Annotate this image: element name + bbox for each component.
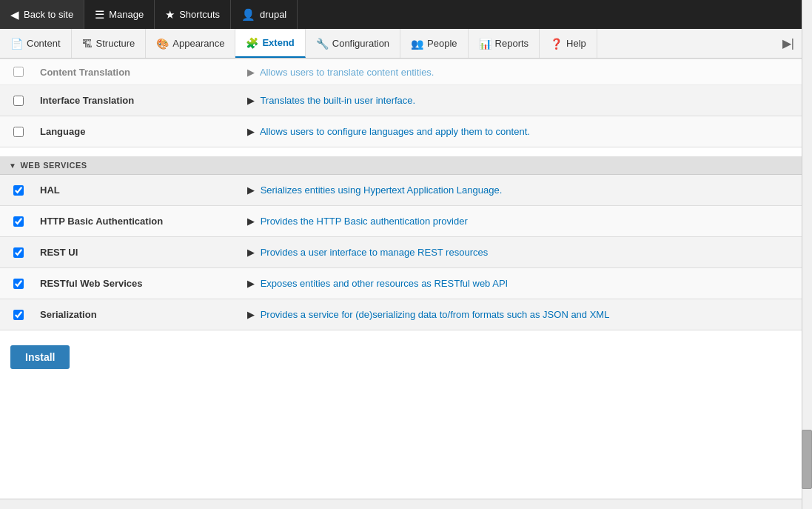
desc-arrow-icon: ▶ <box>247 216 255 227</box>
desc-arrow-icon: ▶ <box>247 126 255 137</box>
desc-arrow-icon: ▶ <box>247 247 255 258</box>
user-label: drupal <box>260 9 286 20</box>
structure-icon: 🏗 <box>82 38 93 50</box>
section-arrow-icon: ▼ <box>9 162 16 170</box>
nav-item-structure[interactable]: 🏗 Structure <box>72 29 147 58</box>
nav-item-content[interactable]: 📄 Content <box>0 29 72 58</box>
secondary-nav: 📄 Content 🏗 Structure 🎨 Appearance 🧩 Ext… <box>0 29 802 59</box>
language-checkbox[interactable] <box>13 127 24 137</box>
install-section: Install <box>0 330 802 384</box>
interface-translation-desc: ▶ Translates the built-in user interface… <box>244 89 802 112</box>
nav-item-extend[interactable]: 🧩 Extend <box>235 29 305 58</box>
nav-item-reports[interactable]: 📊 Reports <box>469 29 540 58</box>
star-icon: ★ <box>165 8 175 21</box>
module-row-http-basic-auth: HTTP Basic Authentication ▶ Provides the… <box>0 206 802 237</box>
module-row-restful-web-services: RESTful Web Services ▶ Exposes entities … <box>0 268 802 299</box>
admin-toolbar: ◀ Back to site ☰ Manage ★ Shortcuts 👤 dr… <box>0 0 802 29</box>
http-basic-auth-desc: ▶ Provides the HTTP Basic authentication… <box>244 210 802 233</box>
configuration-icon: 🔧 <box>316 38 329 50</box>
interface-translation-checkbox[interactable] <box>13 96 24 106</box>
rest-ui-name: REST UI <box>37 241 244 264</box>
language-desc: ▶ Allows users to configure languages an… <box>244 120 802 143</box>
back-to-site-button[interactable]: ◀ Back to site <box>0 0 84 29</box>
desc-arrow-icon: ▶ <box>247 278 255 289</box>
people-icon: 👥 <box>411 38 423 50</box>
desc-arrow-icon: ▶ <box>247 184 255 196</box>
reports-icon: 📊 <box>479 38 491 50</box>
checkbox-col <box>0 67 37 77</box>
content-translation-desc: ▶ Allows users to translate content enti… <box>244 61 802 84</box>
module-row-language: Language ▶ Allows users to configure lan… <box>0 116 802 147</box>
hal-desc: ▶ Serializes entities using Hypertext Ap… <box>244 179 802 202</box>
checkbox-col <box>0 279 37 289</box>
nav-item-configuration[interactable]: 🔧 Configuration <box>306 29 400 58</box>
nav-configuration-label: Configuration <box>332 38 389 49</box>
checkbox-col <box>0 310 37 320</box>
vertical-scrollbar-thumb[interactable] <box>802 430 812 489</box>
nav-help-label: Help <box>566 38 586 49</box>
main-content: Content Translation ▶ Allows users to tr… <box>0 59 802 384</box>
http-basic-auth-checkbox[interactable] <box>13 216 24 227</box>
nav-structure-label: Structure <box>96 38 135 49</box>
desc-arrow-icon: ▶ <box>247 309 255 320</box>
rest-ui-checkbox[interactable] <box>13 247 24 258</box>
checkbox-col <box>0 127 37 137</box>
desc-arrow-icon: ▶ <box>247 67 255 78</box>
extend-icon: 🧩 <box>246 37 258 49</box>
back-icon: ◀ <box>10 8 19 21</box>
checkbox-col <box>0 96 37 106</box>
manage-label: Manage <box>109 9 144 20</box>
appearance-icon: 🎨 <box>156 38 169 50</box>
nav-item-appearance[interactable]: 🎨 Appearance <box>146 29 235 58</box>
nav-item-help[interactable]: ❓ Help <box>540 29 597 58</box>
web-services-label: Web Services <box>20 161 87 170</box>
hal-checkbox[interactable] <box>13 185 24 196</box>
spacer <box>0 147 802 156</box>
content-icon: 📄 <box>10 38 23 50</box>
module-row-content-translation: Content Translation ▶ Allows users to tr… <box>0 59 802 85</box>
shortcuts-label: Shortcuts <box>179 9 220 20</box>
http-basic-auth-name: HTTP Basic Authentication <box>37 210 244 233</box>
nav-people-label: People <box>427 38 457 49</box>
restful-web-services-checkbox[interactable] <box>13 279 24 289</box>
manage-icon: ☰ <box>95 8 104 21</box>
content-translation-checkbox[interactable] <box>13 67 24 77</box>
rest-ui-desc: ▶ Provides a user interface to manage RE… <box>244 241 802 264</box>
vertical-scrollbar[interactable] <box>802 0 812 509</box>
help-icon: ❓ <box>550 38 563 50</box>
serialization-desc: ▶ Provides a service for (de)serializing… <box>244 303 802 326</box>
nav-appearance-label: Appearance <box>172 38 224 49</box>
nav-item-people[interactable]: 👥 People <box>400 29 468 58</box>
restful-web-services-desc: ▶ Exposes entities and other resources a… <box>244 272 802 295</box>
user-button[interactable]: 👤 drupal <box>231 0 298 29</box>
nav-content-label: Content <box>27 38 61 49</box>
nav-collapse-button[interactable]: ▶| <box>775 29 802 58</box>
desc-arrow-icon: ▶ <box>247 95 255 106</box>
back-to-site-label: Back to site <box>24 9 73 20</box>
content-translation-name: Content Translation <box>37 61 244 84</box>
user-icon: 👤 <box>241 8 255 21</box>
hal-name: HAL <box>37 179 244 202</box>
serialization-checkbox[interactable] <box>13 310 24 320</box>
horizontal-scrollbar[interactable] <box>0 499 802 509</box>
module-row-interface-translation: Interface Translation ▶ Translates the b… <box>0 85 802 116</box>
install-button[interactable]: Install <box>10 345 70 369</box>
interface-translation-name: Interface Translation <box>37 89 244 112</box>
language-name: Language <box>37 120 244 143</box>
checkbox-col <box>0 216 37 227</box>
restful-web-services-name: RESTful Web Services <box>37 272 244 295</box>
module-row-hal: HAL ▶ Serializes entities using Hypertex… <box>0 175 802 206</box>
checkbox-col <box>0 247 37 258</box>
serialization-name: Serialization <box>37 303 244 326</box>
module-row-rest-ui: REST UI ▶ Provides a user interface to m… <box>0 237 802 268</box>
web-services-section-header: ▼ Web Services <box>0 156 802 175</box>
nav-extend-label: Extend <box>262 37 294 48</box>
checkbox-col <box>0 185 37 196</box>
module-row-serialization: Serialization ▶ Provides a service for (… <box>0 299 802 330</box>
shortcuts-button[interactable]: ★ Shortcuts <box>155 0 231 29</box>
manage-button[interactable]: ☰ Manage <box>84 0 155 29</box>
nav-reports-label: Reports <box>495 38 529 49</box>
